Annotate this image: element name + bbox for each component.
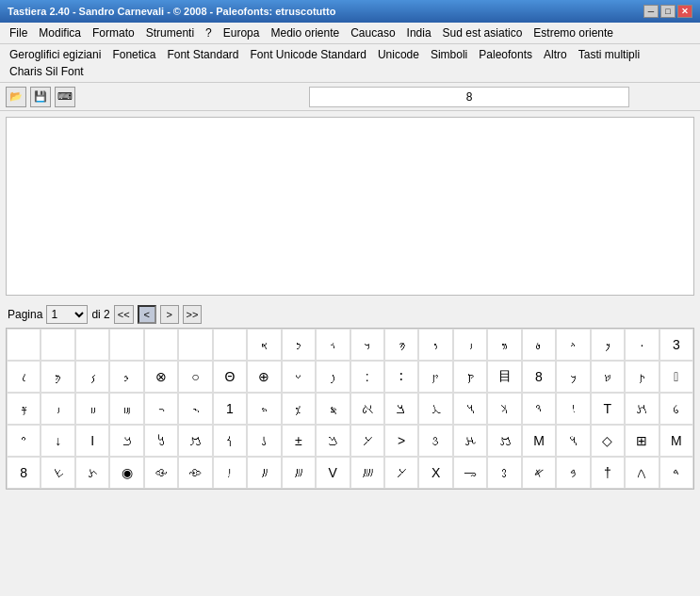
char-cell[interactable]: 𐡙 <box>75 393 109 425</box>
char-cell[interactable]: 𐡶 <box>75 457 109 489</box>
char-cell[interactable]: 𐡺 <box>247 457 281 489</box>
char-cell[interactable]: 𐡪 <box>109 425 143 457</box>
char-cell[interactable]: 𐡐 <box>316 361 350 393</box>
char-cell[interactable]: 𐡨 <box>659 393 693 425</box>
menu-item-estremo-oriente[interactable]: Estremo oriente <box>528 24 619 41</box>
char-cell[interactable]: 𐡹 <box>213 457 247 489</box>
char-cell[interactable]: 𐡆 <box>453 329 487 361</box>
char-cell[interactable]: 1 <box>213 393 247 425</box>
char-cell[interactable]: 𐡎 <box>109 361 143 393</box>
char-cell[interactable]: 𐡂 <box>316 329 350 361</box>
char-cell[interactable]: 𐤃 <box>659 457 693 489</box>
char-cell[interactable]: 𐡃 <box>350 329 384 361</box>
char-cell[interactable]: 𐡑 <box>418 361 452 393</box>
menu-item-altro[interactable]: Altro <box>538 46 573 63</box>
char-cell[interactable]: 𐡅 <box>418 329 452 361</box>
char-cell[interactable]: 𐡰 <box>350 425 384 457</box>
char-cell[interactable]: 𐡽 <box>384 457 418 489</box>
char-cell[interactable]: ⊞ <box>625 425 659 457</box>
char-cell[interactable]: 𐡀 <box>247 329 281 361</box>
char-cell[interactable]: ⊕ <box>247 361 281 393</box>
char-cell[interactable]: V <box>316 457 350 489</box>
char-cell[interactable]: 𐡾 <box>453 457 487 489</box>
text-area[interactable] <box>6 117 694 296</box>
char-cell[interactable]: 𐡝 <box>247 393 281 425</box>
menu-item-paleofonts[interactable]: Paleofonts <box>473 46 538 63</box>
char-cell[interactable]: 𐡭 <box>213 425 247 457</box>
char-cell[interactable]: ⊗ <box>144 361 178 393</box>
char-cell[interactable]: 𐡷 <box>144 457 178 489</box>
prev-page-button[interactable]: < <box>138 305 156 324</box>
char-cell[interactable]: 𐡈 <box>522 329 556 361</box>
menu-item-europa[interactable]: Europa <box>218 24 266 41</box>
save-button[interactable]: 💾 <box>30 87 51 107</box>
menu-item-sud-est-asiatico[interactable]: Sud est asiatico <box>437 24 529 41</box>
next-page-button[interactable]: > <box>160 305 179 324</box>
char-cell[interactable]: 𐡡 <box>384 393 418 425</box>
char-cell[interactable]: 𐡲 <box>453 425 487 457</box>
char-cell[interactable]: 𐡧 <box>625 393 659 425</box>
char-cell[interactable]: 𐡒 <box>453 361 487 393</box>
char-cell[interactable]: 𐡚 <box>109 393 143 425</box>
char-cell[interactable]: 𐡻 <box>282 457 316 489</box>
char-cell[interactable]: 𐡬 <box>178 425 212 457</box>
maximize-button[interactable]: □ <box>660 5 676 18</box>
menu-item-font-standard[interactable]: Font Standard <box>161 46 244 63</box>
char-cell[interactable]: 𐡊 <box>591 329 625 361</box>
char-cell[interactable]: M <box>522 425 556 457</box>
menu-item-unicode[interactable]: Unicode <box>372 46 425 63</box>
char-cell[interactable]: > <box>384 425 418 457</box>
open-button[interactable]: 📂 <box>6 87 26 107</box>
char-cell[interactable]: 𐡟 <box>316 393 350 425</box>
char-cell[interactable]: ◇ <box>591 425 625 457</box>
char-cell[interactable]: 𐡮 <box>247 425 281 457</box>
char-cell[interactable]: ± <box>282 425 316 457</box>
char-cell[interactable]: 𐡇 <box>487 329 521 361</box>
char-cell[interactable]: T <box>591 393 625 425</box>
close-button[interactable]: ✕ <box>677 5 692 18</box>
page-select[interactable]: 1 2 <box>46 305 88 324</box>
char-cell[interactable]: 𐡸 <box>178 457 212 489</box>
char-cell[interactable]: 8 <box>522 361 556 393</box>
char-cell[interactable]: 𐡕 <box>625 361 659 393</box>
char-cell[interactable]: 𐤀 <box>522 457 556 489</box>
char-cell[interactable]: 𐡫 <box>144 425 178 457</box>
char-cell[interactable]: I <box>75 425 109 457</box>
char-cell[interactable]: 𐡱 <box>418 425 452 457</box>
char-cell[interactable]: 𐡦 <box>556 393 590 425</box>
char-cell[interactable]: 𐡔 <box>591 361 625 393</box>
char-cell[interactable]: 𐡓 <box>556 361 590 393</box>
char-cell[interactable]: 𐡼 <box>350 457 384 489</box>
menu-item-caucaso[interactable]: Caucaso <box>345 24 400 41</box>
char-cell[interactable]: 𐡉 <box>556 329 590 361</box>
char-cell[interactable]: 𐡵 <box>41 457 74 489</box>
char-cell[interactable]: 𐤁 <box>556 457 590 489</box>
char-cell[interactable]: 𐡏 <box>282 361 316 393</box>
char-cell[interactable]: 𐡤 <box>487 393 521 425</box>
char-cell[interactable]: 𐡘 <box>41 393 74 425</box>
menu-item-medio-oriente[interactable]: Medio oriente <box>265 24 345 41</box>
char-cell[interactable]: 𐡗 <box>7 393 41 425</box>
char-cell[interactable]: 𐡁 <box>282 329 316 361</box>
char-cell[interactable]: 𐡠 <box>350 393 384 425</box>
menu-item-charis-sil-font[interactable]: Charis Sil Font <box>4 63 90 80</box>
char-cell[interactable]: 8 <box>7 457 41 489</box>
menu-item-india[interactable]: India <box>401 24 437 41</box>
first-page-button[interactable]: << <box>114 305 134 324</box>
char-cell[interactable]: 𐡞 <box>282 393 316 425</box>
char-cell[interactable]: 𐡯 <box>316 425 350 457</box>
menu-item-formato[interactable]: Formato <box>87 24 140 41</box>
menu-item-simboli[interactable]: Simboli <box>425 46 473 63</box>
keyboard-button[interactable]: ⌨ <box>55 87 75 107</box>
char-cell[interactable]: : <box>350 361 384 393</box>
char-cell[interactable]: 𐡿 <box>487 457 521 489</box>
menu-item-?[interactable]: ? <box>200 24 218 41</box>
char-cell[interactable]: ◉ <box>109 457 143 489</box>
char-cell[interactable]: ○ <box>178 361 212 393</box>
char-cell[interactable]: ↓ <box>41 425 74 457</box>
char-cell[interactable]: 𐡛 <box>144 393 178 425</box>
char-cell[interactable]: 𐡋 <box>7 361 41 393</box>
char-cell[interactable]: 𐡜 <box>178 393 212 425</box>
menu-item-fonetica[interactable]: Fonetica <box>106 46 161 63</box>
char-cell[interactable]: · <box>625 329 659 361</box>
